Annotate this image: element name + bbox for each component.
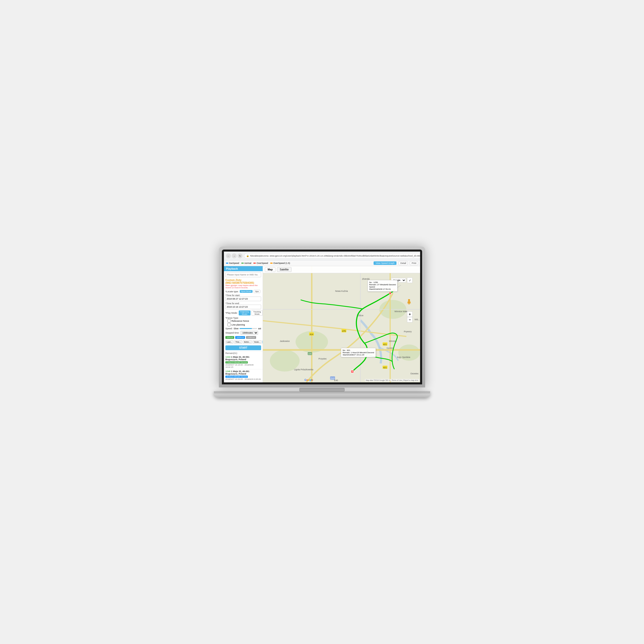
speed-fast: ast: [258, 327, 261, 330]
detail-button[interactable]: Detail: [398, 261, 408, 265]
laptop-base: [214, 391, 430, 397]
play-mode-label: *Play Mode:: [225, 312, 238, 314]
address-bar[interactable]: 🔒 Niezabezpieczona www.gps110.org/user/p…: [244, 253, 420, 259]
line-planning-label: Line planning: [231, 324, 245, 326]
tooltip-top-start: Start2018/9/28 17:51:01: [369, 288, 396, 290]
tooltip-top-remain: Remain: 27 Minute40 Second: [369, 284, 396, 286]
time-start-label: *Time for start:: [225, 294, 261, 297]
legend-normal: normal: [241, 262, 252, 264]
record-badge-1244: 2 Hour14 Minute5 Second: [225, 361, 248, 364]
forward-button[interactable]: →: [232, 253, 237, 258]
trackpad[interactable]: [299, 388, 345, 391]
svg-text:Jaskowice: Jaskowice: [280, 340, 290, 342]
satellite-tab[interactable]: Satellite: [277, 267, 292, 272]
record-id-1248: 1248: [225, 370, 230, 373]
streetview-figure[interactable]: [407, 299, 411, 306]
speed-slow: Slow: [234, 327, 239, 330]
screen-bezel: ← → ↻ 🔒 Niezabezpieczona www.gps110.org/…: [222, 250, 422, 384]
lock-icon: 🔒: [246, 255, 249, 257]
tooltip-top-speed: Speed: [369, 286, 396, 288]
fence-type-label: *Fence Type:: [225, 317, 261, 319]
date-shortcuts: Last... This... Befor... Yeste... Today: [224, 340, 263, 344]
stopped-time-select[interactable]: 10Minutes: [240, 331, 258, 335]
main-content: Playback Custom Zloty (IMEI:565887075584…: [224, 266, 420, 382]
fullscreen-button[interactable]: ⤢: [407, 277, 413, 283]
record-item-1248[interactable]: 1248 1 Maja 32, 46-061 Boguszyce, Poland…: [224, 369, 263, 381]
tracking-btn[interactable]: Tracking Mode: [252, 310, 263, 316]
date-yeste-btn[interactable]: Yeste...: [253, 340, 262, 344]
play-mode-row: *Play Mode: Trajectory Model Tracking Mo…: [224, 310, 263, 316]
svg-text:421: 421: [383, 343, 387, 346]
normal-dot: [241, 263, 244, 264]
svg-text:Prywory: Prywory: [404, 330, 412, 333]
legend-lowspeed: lowSpeed: [226, 262, 239, 264]
zoom-out-button[interactable]: −: [407, 317, 413, 323]
trajectory-btn[interactable]: Trajectory Model: [239, 310, 251, 315]
date-last-btn[interactable]: Last...: [225, 340, 233, 344]
stopped-time-row: Stopped time: 10Minutes: [224, 330, 263, 335]
locate-type-row: *Locate type: Gput,Glcwk Gps: [224, 289, 263, 294]
locate-type-label: *Locate type:: [225, 290, 239, 293]
locate-btn2[interactable]: Gps: [254, 290, 260, 293]
tooltip-bottom-no: No : 921: [343, 349, 374, 351]
back-button[interactable]: ←: [226, 253, 231, 258]
zoom-controls: + −: [407, 311, 413, 323]
date-before-btn[interactable]: Befor...: [243, 340, 252, 344]
relevance-fence-checkbox[interactable]: [227, 319, 231, 323]
svg-text:Miś...: Miś...: [415, 318, 420, 321]
time-start-row: *Time for start:: [224, 294, 263, 302]
legend-row: 20Km/l 100Km/l 100Km/l: [224, 335, 263, 340]
svg-text:E40: E40: [331, 377, 334, 380]
warning-section: Custom Zloty (IMEI:565887075584305) Warn…: [224, 278, 263, 289]
tooltip-bottom: No : 921 Remain: 1 Hour19 Minute9 Second…: [341, 348, 376, 357]
remain-label: Remain(01): [224, 351, 263, 355]
street-view-icon: [407, 299, 411, 306]
record-item-1249[interactable]: 1249 1 Maja 32, 46-061 Boguszyce, Poland…: [224, 381, 263, 382]
record-id-1244: 1244: [225, 356, 230, 358]
print-button[interactable]: Print: [410, 261, 418, 265]
tooltip-bottom-remain: Remain: 1 Hour19 Minute9 Second: [343, 351, 374, 354]
fence-options: Relevance Fence Line planning: [225, 319, 261, 326]
warning-title: Custom Zloty (IMEI:565887075584305): [225, 279, 261, 284]
sidebar-header: Playback: [224, 266, 263, 271]
tooltip-top: No : 1250 Remain: 27 Minute40 Second Spe…: [368, 280, 397, 292]
line-planning-checkbox[interactable]: [227, 323, 231, 326]
time-end-input[interactable]: [225, 305, 261, 309]
record-title-1248: 1248 1 Maja 32, 46-061 Boguszyce, Poland: [225, 370, 261, 375]
search-input[interactable]: [225, 272, 261, 277]
date-this-btn[interactable]: This...: [234, 340, 242, 344]
zoom-in-button[interactable]: +: [407, 311, 413, 317]
legend-20km: 20Km/l: [225, 336, 234, 339]
record-id-1249: 1249: [225, 382, 230, 382]
reload-button[interactable]: ↻: [237, 253, 243, 258]
lowspeed-label: lowSpeed: [229, 262, 239, 264]
time-start-input[interactable]: [225, 297, 261, 301]
relevance-fence-label: Relevance Fence: [231, 320, 249, 322]
legend-overspeed: OverSpeed: [253, 262, 268, 264]
map-attribution: Map data ©2018 Google 500 m | Terms of U…: [365, 379, 419, 381]
svg-text:Przysiec: Przysiec: [318, 357, 327, 360]
tooltip-top-no: No : 1250: [369, 281, 396, 284]
speed-row: Speed: Slow ast: [224, 327, 263, 330]
speed-slider[interactable]: [239, 328, 257, 329]
svg-text:Nowa Kuźnia: Nowa Kuźnia: [335, 290, 348, 292]
start-button[interactable]: START: [225, 345, 261, 350]
address-url: www.gps110.org/user/playback.html?v=2018…: [270, 255, 420, 257]
locate-btn1[interactable]: Gput,Glcwk: [240, 290, 253, 293]
nav-buttons: ← → ↻: [226, 253, 243, 258]
map-tab[interactable]: Map: [265, 267, 275, 272]
overspeed-dot: [253, 263, 256, 264]
speed-label: Speed:: [225, 327, 233, 330]
svg-point-43: [408, 299, 410, 301]
record-item-1244[interactable]: 1244 1 Maja 32, 46-061 Boguszyce, Poland…: [224, 355, 263, 369]
record-list: 1244 1 Maja 32, 46-061 Boguszyce, Poland…: [224, 355, 263, 382]
svg-text:476: 476: [342, 330, 346, 332]
svg-text:Kąty Opolskie: Kąty Opolskie: [397, 356, 410, 358]
speed-graph-button[interactable]: View Speed Graph: [374, 261, 396, 265]
time-end-label: *Time for end:: [225, 302, 261, 305]
browser-toolbar: ← → ↻ 🔒 Niezabezpieczona www.gps110.org/…: [224, 252, 420, 260]
record-title-1244: 1244 1 Maja 32, 46-061 Boguszyce, Poland: [225, 356, 261, 361]
record-title-1249: 1249 1 Maja 32, 46-061 Boguszyce, Poland: [225, 382, 261, 382]
sidebar: Playback Custom Zloty (IMEI:565887075584…: [224, 266, 263, 382]
map-container: Map Satellite: [263, 266, 420, 382]
